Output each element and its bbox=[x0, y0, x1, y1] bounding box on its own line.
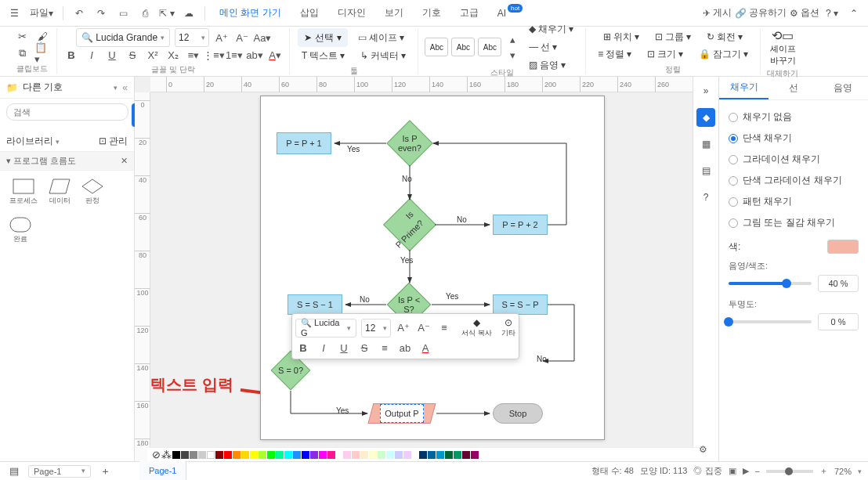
mini-decrease-font-icon[interactable]: A⁻ bbox=[416, 320, 432, 336]
zoom-slider[interactable] bbox=[766, 470, 813, 473]
tab-advanced[interactable]: 고급 bbox=[452, 0, 486, 27]
mini-underline[interactable]: U bbox=[336, 340, 352, 355]
shape-data[interactable]: 데이터 bbox=[49, 179, 71, 206]
copy-icon[interactable]: ⧉ bbox=[14, 45, 30, 61]
mini-italic[interactable]: I bbox=[316, 340, 331, 355]
opacity-value[interactable]: 0 % bbox=[818, 313, 859, 330]
shape-decision[interactable]: 판정 bbox=[81, 179, 103, 206]
font-family-select[interactable]: 🔍 Lucida Grande▾ bbox=[76, 28, 170, 47]
focus-mode-button[interactable]: ◎ 집중 bbox=[693, 465, 722, 477]
line-button[interactable]: — 선 ▾ bbox=[523, 38, 579, 56]
mini-font-color[interactable]: A bbox=[418, 340, 433, 355]
shape-tool[interactable]: ▭ 셰이프 ▾ bbox=[353, 29, 410, 46]
mini-size-select[interactable]: 12▾ bbox=[361, 319, 391, 337]
fill-button[interactable]: ◆ 채우기 ▾ bbox=[523, 20, 579, 38]
add-page-button[interactable]: ＋ bbox=[97, 464, 113, 479]
mini-font-select[interactable]: 🔍 Lucida G▾ bbox=[295, 319, 356, 337]
palette-settings-icon[interactable]: ⚙ bbox=[694, 441, 711, 458]
numbering-icon[interactable]: 1≡▾ bbox=[226, 47, 242, 63]
floating-text-toolbar[interactable]: 🔍 Lucida G▾ 12▾ A⁺ A⁻ ≡ ◆서식 복사 ⊙기타 B I U… bbox=[291, 313, 519, 359]
mini-bullets[interactable]: ≡ bbox=[377, 340, 392, 355]
superscript-button[interactable]: X² bbox=[145, 47, 161, 63]
tab-view[interactable]: 보기 bbox=[377, 0, 411, 27]
category-header[interactable]: ▾ 프로그램 흐름도 ✕ bbox=[0, 151, 134, 171]
cloud-icon[interactable]: ☁ bbox=[179, 4, 198, 23]
layers-panel-icon[interactable]: ▤ bbox=[696, 161, 715, 180]
file-menu[interactable]: 파일 ▾ bbox=[27, 4, 56, 23]
right-tab-shadow[interactable]: 음영 bbox=[819, 77, 868, 99]
mini-more[interactable]: ⊙기타 bbox=[501, 317, 515, 338]
pages-list-icon[interactable]: ▤ bbox=[6, 464, 22, 479]
fill-solid[interactable]: 단색 채우기 bbox=[729, 128, 859, 149]
text-tool[interactable]: T 텍스트 ▾ bbox=[296, 47, 350, 64]
help-icon[interactable]: ? ▾ bbox=[823, 4, 841, 23]
tab-ai[interactable]: AIhot bbox=[490, 0, 530, 27]
close-category-icon[interactable]: ✕ bbox=[121, 156, 128, 166]
font-size-select[interactable]: 12▾ bbox=[175, 28, 209, 47]
decrease-font-icon[interactable]: A⁻ bbox=[234, 30, 250, 45]
fill-solid-gradient[interactable]: 단색 그라데이션 채우기 bbox=[729, 170, 859, 191]
shape-terminator[interactable]: 완료 bbox=[9, 217, 31, 244]
style-next-icon[interactable]: ▾ bbox=[505, 47, 520, 63]
lock-button[interactable]: 🔒 잠그기 ▾ bbox=[693, 45, 754, 63]
line-spacing-icon[interactable]: ≡▾ bbox=[186, 47, 201, 63]
subscript-button[interactable]: X₂ bbox=[165, 47, 181, 63]
strike-button[interactable]: S bbox=[125, 47, 140, 63]
expand-right-icon[interactable]: » bbox=[696, 81, 715, 100]
save-icon[interactable]: ▭ bbox=[114, 4, 132, 23]
help-panel-icon[interactable]: ? bbox=[696, 188, 715, 207]
select-tool[interactable]: ➤ 선택 ▾ bbox=[298, 28, 348, 47]
export-icon[interactable]: ⇱ ▾ bbox=[157, 4, 176, 23]
font-color-icon[interactable]: A▾ bbox=[267, 47, 283, 63]
fill-pattern[interactable]: 패턴 채우기 bbox=[729, 191, 859, 212]
fill-gradient[interactable]: 그라데이션 채우기 bbox=[729, 149, 859, 170]
undo-icon[interactable]: ↶ bbox=[70, 4, 89, 23]
print-icon[interactable]: ⎙ bbox=[136, 4, 154, 23]
tab-design[interactable]: 디자인 bbox=[330, 0, 374, 27]
highlight-icon[interactable]: ab▾ bbox=[247, 47, 262, 63]
change-case-icon[interactable]: Aa▾ bbox=[255, 30, 270, 45]
paste-icon[interactable]: 📋▾ bbox=[34, 45, 50, 61]
right-tab-line[interactable]: 선 bbox=[769, 77, 818, 99]
style-preset-1[interactable]: Abc bbox=[425, 38, 448, 56]
page-tab-1[interactable]: Page-1 bbox=[139, 461, 186, 480]
page-panel-icon[interactable]: ▦ bbox=[696, 135, 715, 153]
tab-symbols[interactable]: 기호 bbox=[414, 0, 449, 27]
zoom-in-icon[interactable]: ＋ bbox=[819, 465, 828, 477]
presentation-icon[interactable]: ▶ bbox=[743, 466, 749, 476]
menu-icon[interactable]: ☰ bbox=[5, 4, 24, 23]
eyedropper-icon[interactable]: ⁂ bbox=[161, 449, 172, 460]
style-preset-2[interactable]: Abc bbox=[451, 38, 475, 56]
shade-value[interactable]: 40 % bbox=[818, 275, 859, 292]
fit-window-icon[interactable]: ▣ bbox=[729, 466, 736, 476]
size-button[interactable]: ⊡ 크기 ▾ bbox=[642, 45, 689, 63]
position-button[interactable]: ⊞ 위치 ▾ bbox=[598, 28, 645, 45]
cut-icon[interactable]: ✂ bbox=[14, 29, 30, 45]
fill-picture[interactable]: 그림 또는 질감 채우기 bbox=[729, 212, 859, 233]
increase-font-icon[interactable]: A⁺ bbox=[214, 30, 230, 45]
manage-link[interactable]: ⊡ 관리 bbox=[99, 135, 128, 148]
publish-button[interactable]: ✈게시 bbox=[703, 4, 732, 23]
bold-button[interactable]: B bbox=[63, 47, 79, 63]
bullets-icon[interactable]: ⋮≡▾ bbox=[206, 47, 222, 63]
shape-process[interactable]: 프로세스 bbox=[9, 179, 38, 206]
opacity-slider[interactable] bbox=[729, 320, 812, 323]
replace-shape-button[interactable]: ⟲▭ 셰이프 바꾸기 bbox=[770, 28, 796, 67]
fill-none[interactable]: 채우기 없음 bbox=[729, 106, 859, 128]
style-preset-3[interactable]: Abc bbox=[478, 38, 501, 56]
right-tab-fill[interactable]: 채우기 bbox=[719, 77, 769, 99]
options-button[interactable]: ⚙옵션 bbox=[790, 4, 819, 23]
no-color-icon[interactable]: ⊘ bbox=[152, 449, 161, 460]
shade-slider[interactable] bbox=[729, 282, 812, 285]
collapse-ribbon-icon[interactable]: ⌃ bbox=[844, 4, 863, 23]
tab-insert[interactable]: 삽입 bbox=[292, 0, 327, 27]
underline-button[interactable]: U bbox=[104, 47, 120, 63]
canvas-page[interactable]: P = P + 1 Is P even? IsP Prime? P = P + … bbox=[260, 96, 605, 440]
zoom-out-icon[interactable]: − bbox=[755, 467, 760, 476]
shadow-button[interactable]: ▨ 음영 ▾ bbox=[523, 56, 579, 74]
mini-format-painter[interactable]: ◆서식 복사 bbox=[461, 317, 492, 338]
mini-align-icon[interactable]: ≡ bbox=[436, 320, 452, 336]
collapse-left-icon[interactable]: « bbox=[122, 82, 128, 93]
tab-home[interactable]: 메인 화면 가기 bbox=[212, 0, 289, 27]
search-input[interactable] bbox=[6, 103, 128, 121]
